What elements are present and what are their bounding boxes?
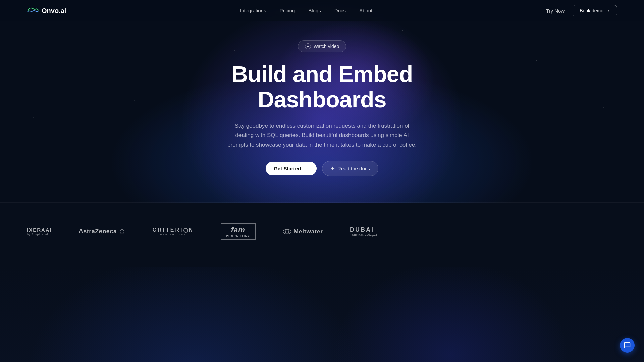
logo-text: Onvo.ai bbox=[42, 7, 66, 15]
navbar: Onvo.ai Integrations Pricing Blogs Docs … bbox=[0, 0, 644, 21]
meltwater-icon bbox=[282, 228, 292, 235]
nav-pricing[interactable]: Pricing bbox=[279, 8, 295, 13]
logo-criterion: CRITERIN HEALTH CARE bbox=[152, 227, 194, 236]
nav-blogs[interactable]: Blogs bbox=[308, 8, 321, 13]
get-started-button[interactable]: Get Started → bbox=[266, 162, 317, 175]
logos-section: IXERAAI by SimplifaLid AstraZeneca CRITE… bbox=[0, 203, 644, 267]
svg-point-1 bbox=[285, 230, 289, 233]
logo-astrazeneca: AstraZeneca bbox=[79, 228, 126, 235]
lower-background bbox=[0, 267, 644, 362]
play-icon: ▶ bbox=[305, 43, 311, 49]
book-demo-button[interactable]: Book demo → bbox=[573, 5, 617, 16]
hero-cta-row: Get Started → ✦ Read the docs bbox=[266, 161, 378, 176]
chat-widget-button[interactable] bbox=[620, 338, 635, 353]
watch-video-button[interactable]: ▶ Watch video bbox=[298, 40, 346, 52]
hero-title: Build and Embed Dashboards bbox=[231, 62, 413, 112]
chat-icon bbox=[624, 342, 631, 349]
logo-dubai: DUBAI Tourism تسهيلات bbox=[350, 226, 377, 237]
nav-actions: Try Now Book demo → bbox=[546, 5, 617, 16]
hero-subtitle: Say goodbye to endless customization req… bbox=[225, 121, 419, 150]
nav-links: Integrations Pricing Blogs Docs About bbox=[240, 8, 372, 14]
try-now-link[interactable]: Try Now bbox=[546, 8, 565, 14]
sparkle-icon: ✦ bbox=[330, 165, 335, 172]
logos-track: IXERAAI by SimplifaLid AstraZeneca CRITE… bbox=[0, 216, 644, 247]
astrazeneca-icon bbox=[119, 228, 125, 235]
logo-pixera: IXERAAI by SimplifaLid bbox=[27, 227, 52, 236]
logo-link[interactable]: Onvo.ai bbox=[27, 7, 66, 15]
nav-integrations[interactable]: Integrations bbox=[240, 8, 266, 13]
hero-content: ▶ Watch video Build and Embed Dashboards… bbox=[225, 40, 419, 176]
hero-section: ▶ Watch video Build and Embed Dashboards… bbox=[0, 0, 644, 203]
logo-fam: fam PROPERTIES bbox=[221, 223, 256, 240]
logo-meltwater: Meltwater bbox=[282, 228, 323, 235]
logo-icon bbox=[27, 7, 39, 15]
nav-about[interactable]: About bbox=[359, 8, 372, 13]
nav-docs[interactable]: Docs bbox=[334, 8, 346, 13]
read-docs-button[interactable]: ✦ Read the docs bbox=[322, 161, 378, 176]
lower-section bbox=[0, 267, 644, 362]
